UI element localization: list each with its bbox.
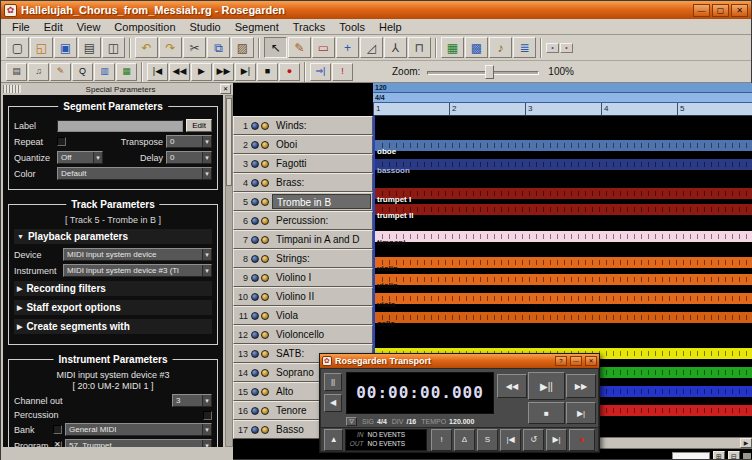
to-end-button[interactable]: ▶| xyxy=(566,402,596,424)
mute-led-icon[interactable] xyxy=(251,388,259,396)
track-name[interactable]: Brass: xyxy=(272,175,371,190)
track-row[interactable]: 11Viola xyxy=(233,306,373,325)
track-name[interactable]: Trombe in B xyxy=(272,194,371,209)
record-led-icon[interactable] xyxy=(261,312,269,320)
segment[interactable]: cello xyxy=(373,311,752,324)
track-name[interactable]: Fagotti xyxy=(272,156,371,171)
record-led-icon[interactable] xyxy=(261,388,269,396)
track-row[interactable]: 9Violino I xyxy=(233,268,373,287)
record-led-icon[interactable] xyxy=(261,407,269,415)
minimize-button[interactable]: — xyxy=(693,4,710,17)
dock-scrollbar[interactable] xyxy=(225,95,233,447)
playback-parameters-header[interactable]: ▼ Playback parameters xyxy=(14,229,212,244)
record-led-icon[interactable] xyxy=(261,217,269,225)
record-led-icon[interactable] xyxy=(261,426,269,434)
mute-led-icon[interactable] xyxy=(251,179,259,187)
print-preview-button[interactable]: ◫ xyxy=(102,37,125,58)
record-led-icon[interactable] xyxy=(261,198,269,206)
segment[interactable]: bassoon xyxy=(373,158,752,171)
mute-led-icon[interactable] xyxy=(251,293,259,301)
close-button[interactable]: ✕ xyxy=(731,4,748,17)
segment[interactable]: violin xyxy=(373,256,752,269)
menu-view[interactable]: View xyxy=(70,20,108,34)
track-name[interactable]: Winds: xyxy=(272,118,371,133)
record-led-icon[interactable] xyxy=(261,255,269,263)
percussion-checkbox[interactable] xyxy=(203,411,212,420)
percussion-matrix-editor-button[interactable]: ▩ xyxy=(465,37,488,58)
mute-led-icon[interactable] xyxy=(251,217,259,225)
metronome-button[interactable]: Δ xyxy=(454,429,475,451)
program-checkbox[interactable] xyxy=(53,441,62,447)
segment[interactable]: viola xyxy=(373,292,752,305)
resize-tool-button[interactable]: ◿ xyxy=(360,37,383,58)
dock-drag-handle-icon[interactable] xyxy=(3,85,21,93)
menu-composition[interactable]: Composition xyxy=(107,20,182,34)
rewind-button[interactable]: ◀◀ xyxy=(497,374,527,398)
track-name[interactable]: Violoncello xyxy=(272,327,371,342)
menu-file[interactable]: File xyxy=(5,20,37,34)
rewind-to-beginning-button[interactable]: |◀ xyxy=(147,63,168,81)
note-edit-button[interactable]: ✎ xyxy=(50,63,71,81)
eject-button[interactable]: ▲ xyxy=(324,429,343,451)
mute-led-icon[interactable] xyxy=(251,407,259,415)
recording-filters-header[interactable]: ▶ Recording filters xyxy=(14,281,212,296)
create-segments-header[interactable]: ▶ Create segments with xyxy=(14,319,212,334)
select-tool-button[interactable]: ↖ xyxy=(264,37,287,58)
move-tool-button[interactable]: + xyxy=(336,37,359,58)
midi-mixer-button[interactable]: ▥ xyxy=(94,63,115,81)
segment[interactable]: violin xyxy=(373,273,752,286)
skip-to-end-button[interactable]: ▶| xyxy=(546,429,567,451)
tempo-ruler[interactable]: 120 xyxy=(373,83,752,93)
step-back-button[interactable]: ◀ xyxy=(324,394,342,412)
zoom-in-button[interactable]: ⊞ xyxy=(713,451,725,459)
paste-button[interactable]: ▨ xyxy=(231,37,254,58)
segment[interactable]: timpani xyxy=(373,230,752,243)
track-editor-button[interactable]: ▤ xyxy=(6,63,27,81)
device-select[interactable]: MIDI input system device ▾ xyxy=(63,248,212,261)
record-button[interactable]: ● xyxy=(569,429,595,451)
repeat-checkbox[interactable] xyxy=(57,137,66,146)
rewind-button[interactable]: ◀◀ xyxy=(169,63,190,81)
mute-led-icon[interactable] xyxy=(251,141,259,149)
menu-edit[interactable]: Edit xyxy=(37,20,70,34)
staff-export-header[interactable]: ▶ Staff export options xyxy=(14,300,212,315)
zoom-slider-handle[interactable] xyxy=(485,65,494,79)
fast-forward-button[interactable]: ▶▶ xyxy=(213,63,234,81)
timesig-ruler[interactable]: 4/4 xyxy=(373,93,752,103)
pause-button[interactable]: || xyxy=(324,373,342,391)
track-name[interactable]: Timpani in A and D xyxy=(272,232,371,247)
maximize-button[interactable]: ▢ xyxy=(712,4,729,17)
redo-button[interactable]: ↷ xyxy=(159,37,182,58)
mute-led-icon[interactable] xyxy=(251,350,259,358)
new-file-button[interactable]: ▢ xyxy=(6,37,29,58)
track-row[interactable]: 3Fagotti xyxy=(233,154,373,173)
mute-led-icon[interactable] xyxy=(251,274,259,282)
mute-led-icon[interactable] xyxy=(251,160,259,168)
track-row[interactable]: 4Brass: xyxy=(233,173,373,192)
mute-led-icon[interactable] xyxy=(251,312,259,320)
undo-button[interactable]: ↶ xyxy=(135,37,158,58)
track-row[interactable]: 12Violoncello xyxy=(233,325,373,344)
record-led-icon[interactable] xyxy=(261,274,269,282)
record-led-icon[interactable] xyxy=(261,293,269,301)
bank-checkbox[interactable] xyxy=(53,425,62,434)
menu-studio[interactable]: Studio xyxy=(183,20,228,34)
segment[interactable]: trumpet I xyxy=(373,187,752,200)
fast-forward-to-end-button[interactable]: ▶| xyxy=(235,63,256,81)
extra-toggle-2-button[interactable]: • xyxy=(560,43,573,53)
print-button[interactable]: ▤ xyxy=(78,37,101,58)
fast-forward-button[interactable]: ▶▶ xyxy=(566,374,596,398)
segment[interactable]: oboe xyxy=(373,139,752,152)
segment-parameters-toggle-button[interactable]: ♫ xyxy=(28,63,49,81)
record-led-icon[interactable] xyxy=(261,122,269,130)
play-button[interactable]: ▶ xyxy=(191,63,212,81)
track-name[interactable]: Strings: xyxy=(272,251,371,266)
transport-close-button[interactable]: ✕ xyxy=(585,356,597,366)
mute-led-icon[interactable] xyxy=(251,331,259,339)
track-row[interactable]: 2Oboi xyxy=(233,135,373,154)
panic-button[interactable]: ! xyxy=(431,429,452,451)
track-name[interactable]: Percussion: xyxy=(272,213,371,228)
record-led-icon[interactable] xyxy=(261,350,269,358)
track-name[interactable]: Oboi xyxy=(272,137,371,152)
loop-button[interactable]: ↺ xyxy=(523,429,544,451)
